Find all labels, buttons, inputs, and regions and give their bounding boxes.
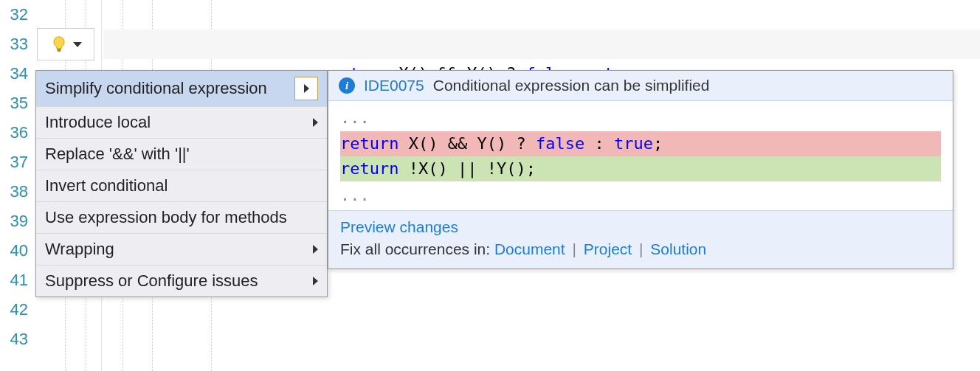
quick-action-item[interactable]: Wrapping [36, 234, 327, 266]
quick-action-label: Simplify conditional expression [45, 79, 267, 98]
line-number: 33 [0, 30, 35, 59]
info-icon: i [339, 77, 355, 94]
keyword-return: return [340, 159, 398, 178]
quick-action-item[interactable]: Invert conditional [36, 170, 327, 202]
fix-all-label: Fix all occurrences in: [340, 240, 494, 257]
submenu-expand-button[interactable] [294, 77, 318, 100]
diff-added-line: return !X() || !Y(); [340, 156, 941, 181]
lightbulb-button[interactable] [37, 28, 94, 60]
quick-action-label: Introduce local [45, 113, 151, 132]
quick-action-item[interactable]: Introduce local [36, 107, 327, 139]
chevron-down-icon [73, 42, 82, 47]
preview-footer: Preview changes Fix all occurrences in: … [328, 210, 953, 268]
line-number: 41 [0, 266, 35, 295]
quick-action-label: Replace '&&' with '||' [45, 145, 190, 164]
keyword-false: false [536, 134, 584, 153]
chevron-right-icon [313, 277, 318, 285]
line-number: 32 [0, 0, 35, 30]
svg-rect-0 [57, 49, 61, 50]
separator: | [569, 240, 579, 257]
preview-header: i IDE0075 Conditional expression can be … [328, 71, 953, 101]
quick-action-item[interactable]: Replace '&&' with '||' [36, 139, 327, 170]
code-line-33[interactable]: return X() && Y() ? false : true; [272, 30, 653, 59]
keyword-true: true [614, 134, 653, 153]
line-number: 40 [0, 236, 35, 266]
code-text: ; [653, 134, 663, 153]
preview-panel: i IDE0075 Conditional expression can be … [328, 70, 953, 269]
fix-document-link[interactable]: Document [494, 240, 565, 257]
chevron-right-icon [313, 245, 318, 254]
line-number: 36 [0, 118, 35, 148]
ellipsis: ... [340, 181, 941, 209]
code-text: : [584, 134, 614, 153]
quick-action-item[interactable]: Simplify conditional expression [36, 71, 327, 107]
separator: | [636, 240, 646, 257]
preview-code: ... return X() && Y() ? false : true; re… [328, 101, 953, 210]
code-text: !X() || !Y(); [398, 159, 535, 178]
quick-action-item[interactable]: Suppress or Configure issues [36, 266, 327, 297]
quick-action-label: Use expression body for methods [45, 208, 287, 227]
fix-project-link[interactable]: Project [584, 240, 632, 257]
diff-deleted-line: return X() && Y() ? false : true; [340, 131, 941, 156]
ellipsis: ... [340, 104, 941, 131]
quick-action-label: Suppress or Configure issues [45, 271, 258, 291]
chevron-right-icon [304, 84, 309, 93]
chevron-right-icon [313, 118, 318, 127]
line-number: 43 [0, 325, 35, 354]
quick-action-label: Invert conditional [45, 176, 168, 195]
rule-id[interactable]: IDE0075 [364, 77, 424, 94]
line-number: 42 [0, 295, 35, 325]
line-number: 35 [0, 89, 35, 118]
quick-action-item[interactable]: Use expression body for methods [36, 202, 327, 234]
quick-actions-menu: Simplify conditional expressionIntroduce… [35, 70, 328, 297]
line-number: 39 [0, 207, 35, 236]
line-number-gutter: 323334353637383940414243 [0, 0, 35, 371]
preview-changes-link[interactable]: Preview changes [340, 218, 458, 235]
quick-action-label: Wrapping [45, 240, 114, 259]
line-number: 37 [0, 148, 35, 177]
line-number: 38 [0, 177, 35, 207]
keyword-return: return [340, 134, 398, 153]
line-number: 34 [0, 59, 35, 89]
svg-rect-1 [58, 50, 61, 52]
lightbulb-icon [49, 35, 69, 54]
fix-solution-link[interactable]: Solution [650, 240, 706, 257]
code-text: X() && Y() ? [398, 134, 535, 153]
rule-description: Conditional expression can be simplified [433, 77, 710, 94]
